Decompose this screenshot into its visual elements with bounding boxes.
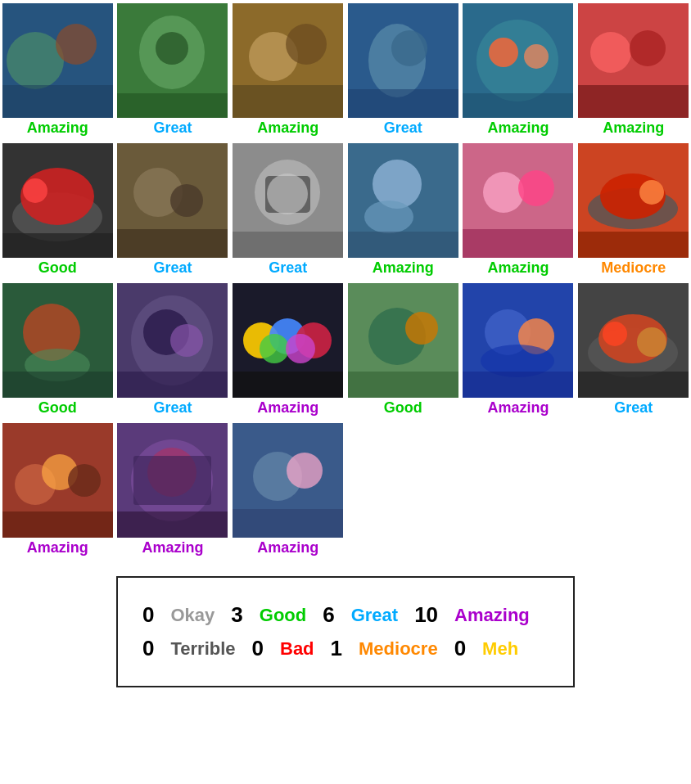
svg-point-33 bbox=[170, 184, 203, 217]
svg-rect-21 bbox=[463, 93, 573, 118]
svg-rect-56 bbox=[2, 372, 113, 398]
svg-rect-12 bbox=[233, 85, 343, 118]
movie-rating: Amazing bbox=[487, 399, 549, 417]
movie-thumbnail bbox=[578, 283, 689, 398]
svg-rect-92 bbox=[133, 456, 211, 505]
list-item: Amazing bbox=[0, 0, 115, 140]
svg-point-24 bbox=[630, 30, 666, 66]
list-item: Good bbox=[346, 280, 461, 420]
movie-thumbnail bbox=[578, 143, 689, 258]
movie-thumbnail bbox=[117, 283, 228, 398]
movie-rating: Amazing bbox=[257, 119, 318, 137]
movie-thumbnail bbox=[2, 143, 113, 258]
list-item: Great bbox=[576, 280, 691, 420]
summary-box: 0 Okay 3 Good 6 Great 10 Amazing 0 Terri… bbox=[116, 576, 575, 687]
movie-rating: Amazing bbox=[27, 539, 88, 556]
list-item: Amazing bbox=[461, 140, 576, 280]
movie-rating: Amazing bbox=[257, 539, 318, 556]
list-item: Amazing bbox=[346, 140, 461, 280]
bad-label: Bad bbox=[280, 638, 314, 660]
svg-rect-34 bbox=[117, 229, 228, 258]
okay-label: Okay bbox=[170, 605, 215, 626]
movie-rating: Mediocre bbox=[601, 259, 666, 277]
list-item: Amazing bbox=[576, 0, 691, 140]
movie-thumbnail bbox=[348, 143, 458, 258]
svg-point-29 bbox=[23, 178, 47, 203]
amazing-count: 10 bbox=[414, 602, 438, 628]
list-item: Amazing bbox=[230, 280, 346, 420]
movie-thumbnail bbox=[463, 3, 573, 118]
svg-rect-8 bbox=[117, 93, 228, 118]
amazing-label: Amazing bbox=[454, 605, 530, 626]
movie-thumbnail bbox=[2, 423, 113, 538]
svg-point-11 bbox=[286, 24, 327, 65]
movie-rating: Great bbox=[614, 399, 653, 417]
svg-rect-43 bbox=[348, 232, 458, 258]
movie-rating: Amazing bbox=[487, 259, 549, 277]
movie-thumbnail bbox=[233, 283, 343, 398]
svg-rect-52 bbox=[578, 232, 689, 258]
list-item: Great bbox=[346, 0, 461, 140]
movie-rating: Good bbox=[38, 399, 77, 417]
movie-thumbnail bbox=[463, 143, 573, 258]
summary-row-2: 0 Terrible 0 Bad 1 Mediocre 0 Meh bbox=[142, 636, 549, 661]
mediocre-label: Mediocre bbox=[359, 638, 438, 660]
movie-rating: Great bbox=[153, 259, 192, 277]
movie-thumbnail bbox=[117, 3, 228, 118]
svg-point-51 bbox=[639, 180, 664, 205]
bad-count: 0 bbox=[252, 636, 264, 661]
svg-point-20 bbox=[524, 44, 549, 69]
movie-grid: Amazing Great Amazing bbox=[0, 0, 691, 560]
movie-rating: Amazing bbox=[603, 119, 664, 137]
terrible-count: 0 bbox=[142, 636, 154, 661]
movie-rating: Great bbox=[269, 259, 307, 277]
movie-thumbnail bbox=[2, 3, 113, 118]
mediocre-count: 1 bbox=[331, 636, 342, 661]
movie-thumbnail bbox=[117, 423, 228, 538]
svg-point-60 bbox=[170, 324, 203, 357]
svg-point-66 bbox=[260, 334, 289, 363]
svg-rect-93 bbox=[117, 511, 228, 538]
movie-rating: Amazing bbox=[487, 119, 549, 137]
meh-label: Meh bbox=[482, 638, 518, 660]
summary-row-1: 0 Okay 3 Good 6 Great 10 Amazing bbox=[142, 602, 549, 628]
svg-rect-39 bbox=[233, 232, 343, 258]
movie-thumbnail bbox=[578, 3, 689, 118]
movie-rating: Great bbox=[153, 399, 192, 417]
movie-thumbnail bbox=[348, 283, 458, 398]
svg-rect-77 bbox=[463, 372, 573, 398]
list-item: Great bbox=[115, 280, 231, 420]
movie-thumbnail bbox=[117, 143, 228, 258]
list-item: Amazing bbox=[461, 280, 576, 420]
svg-point-2 bbox=[7, 32, 64, 89]
svg-point-38 bbox=[267, 173, 308, 214]
svg-rect-47 bbox=[463, 229, 573, 258]
svg-point-15 bbox=[391, 30, 427, 66]
movie-thumbnail bbox=[233, 143, 343, 258]
movie-thumbnail bbox=[233, 3, 343, 118]
svg-point-81 bbox=[603, 322, 627, 346]
svg-rect-30 bbox=[2, 233, 113, 258]
svg-rect-83 bbox=[578, 372, 689, 398]
svg-rect-68 bbox=[233, 372, 343, 398]
movie-thumbnail bbox=[463, 283, 573, 398]
svg-rect-4 bbox=[2, 85, 113, 118]
great-label: Great bbox=[351, 605, 398, 626]
movie-rating: Great bbox=[384, 119, 422, 137]
svg-rect-61 bbox=[117, 372, 228, 398]
svg-point-41 bbox=[373, 160, 422, 209]
list-item: Amazing bbox=[115, 420, 231, 560]
svg-rect-72 bbox=[348, 372, 458, 398]
svg-rect-88 bbox=[2, 511, 113, 538]
list-item: Good bbox=[0, 280, 115, 420]
movie-thumbnail bbox=[2, 283, 113, 398]
svg-point-71 bbox=[405, 312, 438, 345]
list-item: Good bbox=[0, 140, 115, 280]
svg-point-7 bbox=[156, 32, 188, 65]
movie-rating: Good bbox=[38, 259, 77, 277]
meh-count: 0 bbox=[454, 636, 466, 661]
svg-point-46 bbox=[518, 170, 554, 206]
list-item: Amazing bbox=[230, 0, 346, 140]
movie-rating: Amazing bbox=[27, 119, 88, 137]
movie-rating: Good bbox=[384, 399, 422, 417]
